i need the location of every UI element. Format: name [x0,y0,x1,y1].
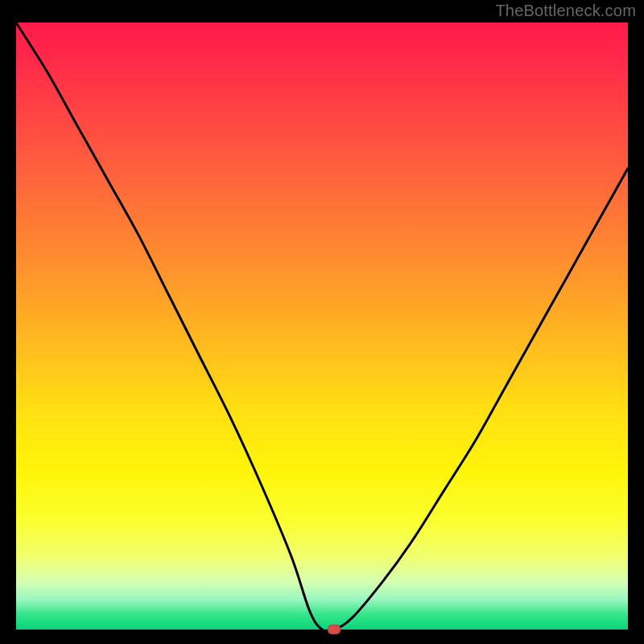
optimal-point-marker [328,625,341,634]
chart-frame: TheBottleneck.com [0,0,644,644]
bottleneck-curve-path [16,23,628,631]
plot-area [16,23,628,630]
watermark-text: TheBottleneck.com [495,2,636,20]
bottleneck-curve-svg [16,23,628,630]
